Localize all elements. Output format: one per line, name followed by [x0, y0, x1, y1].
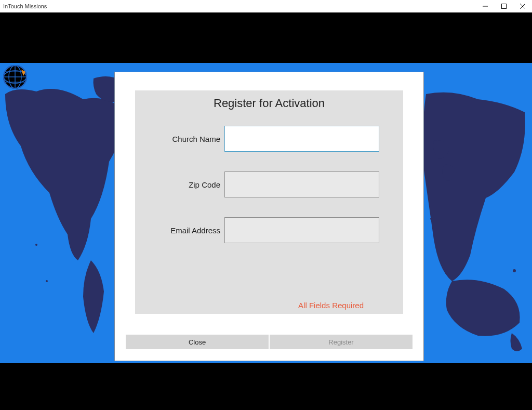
globe-logo-icon [3, 64, 28, 89]
svg-point-7 [513, 269, 516, 272]
window-controls [476, 0, 532, 12]
main-canvas: Register for Activation Church Name Zip … [0, 63, 532, 363]
email-label: Email Address [155, 226, 224, 235]
zip-code-input[interactable] [224, 171, 379, 197]
email-input[interactable] [224, 217, 379, 243]
svg-point-4 [35, 244, 37, 246]
maximize-button[interactable] [495, 0, 513, 12]
svg-point-5 [46, 280, 48, 282]
register-button[interactable]: Register [270, 335, 413, 349]
dialog-title: Register for Activation [135, 97, 403, 110]
close-window-button[interactable] [513, 0, 532, 12]
form-panel: Register for Activation Church Name Zip … [135, 90, 403, 314]
svg-point-6 [430, 218, 432, 220]
dialog-button-row: Close Register [126, 335, 413, 349]
church-name-row: Church Name [135, 126, 403, 152]
church-name-label: Church Name [155, 135, 224, 143]
svg-rect-1 [502, 4, 507, 9]
close-button[interactable]: Close [126, 335, 269, 349]
registration-dialog: Register for Activation Church Name Zip … [114, 72, 424, 361]
minimize-button[interactable] [476, 0, 495, 12]
window-titlebar: InTouch Missions [0, 0, 532, 12]
zip-code-label: Zip Code [155, 180, 224, 189]
church-name-input[interactable] [224, 126, 379, 152]
window-title: InTouch Missions [3, 3, 47, 9]
header-black-band [0, 12, 532, 63]
zip-code-row: Zip Code [135, 171, 403, 197]
required-fields-note: All Fields Required [298, 301, 364, 310]
email-row: Email Address [135, 217, 403, 243]
footer-black-band [0, 363, 532, 410]
